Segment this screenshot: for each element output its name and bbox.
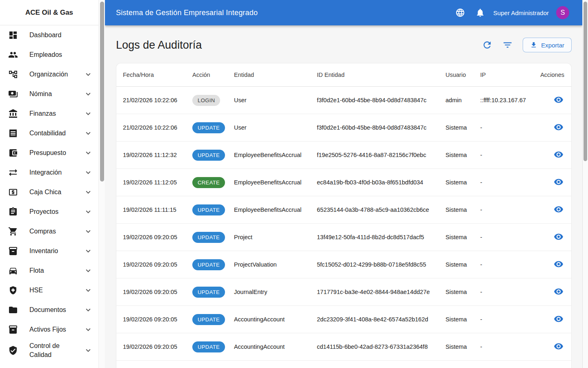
cell-entity-id: 13f49e12-50fa-411d-8b2d-dc8d517dacf5 xyxy=(317,234,445,240)
notifications-button[interactable] xyxy=(475,8,485,18)
view-details-button[interactable] xyxy=(554,149,564,160)
cell-entity-id: 1717791c-ba3e-4e02-8844-948ae14dd27e xyxy=(317,289,445,295)
sync-alt-icon xyxy=(8,168,18,177)
chevron-down-icon xyxy=(84,325,93,334)
bank-icon xyxy=(8,109,18,119)
cell-entity: EmployeeBenefitsAccrual xyxy=(234,206,317,213)
eye-icon xyxy=(554,150,564,159)
sidebar-item-label: Dashboard xyxy=(29,31,83,40)
view-details-button[interactable] xyxy=(554,204,564,215)
sidebar-scrollbar-thumb[interactable] xyxy=(100,2,104,182)
sidebar-item-finanzas[interactable]: Finanzas xyxy=(0,104,98,123)
filter-button[interactable] xyxy=(502,40,513,50)
refresh-button[interactable] xyxy=(482,40,492,50)
sidebar-item-organizaci-n[interactable]: Organización xyxy=(0,65,98,84)
column-header: Fecha/Hora xyxy=(123,72,192,78)
sidebar-item-label: Organización xyxy=(29,70,83,79)
chevron-down-icon xyxy=(84,129,93,138)
sidebar-item-documentos[interactable]: Documentos xyxy=(0,300,98,320)
language-button[interactable] xyxy=(455,8,465,18)
view-details-button[interactable] xyxy=(554,231,564,242)
view-details-button[interactable] xyxy=(554,122,564,132)
inventory-icon xyxy=(8,246,18,256)
sidebar-item-presupuesto[interactable]: Presupuesto xyxy=(0,143,98,163)
chevron-down-icon xyxy=(84,90,93,99)
eye-icon xyxy=(554,177,564,187)
cell-action: UPDATE xyxy=(192,232,234,243)
sidebar-item-compras[interactable]: Compras xyxy=(0,222,98,241)
sidebar-item-inventario[interactable]: Inventario xyxy=(0,241,98,261)
column-header: ID Entidad xyxy=(317,72,445,78)
sidebar-item-caja-chica[interactable]: Caja Chica xyxy=(0,182,98,202)
inventory-icon xyxy=(8,325,18,334)
eye-icon xyxy=(554,232,564,242)
sidebar-item-hse[interactable]: HSE xyxy=(0,280,98,300)
table-row: 19/02/2026 11:12:32UPDATEEmployeeBenefit… xyxy=(116,141,571,169)
page-title: Logs de Auditoría xyxy=(116,38,202,52)
cell-entity: JournalEntry xyxy=(234,289,317,295)
sidebar-item-n-mina[interactable]: Nómina xyxy=(0,84,98,104)
view-details-button[interactable] xyxy=(554,341,564,352)
action-badge: CREATE xyxy=(192,177,225,188)
action-badge: UPDATE xyxy=(192,287,225,298)
view-details-button[interactable] xyxy=(554,177,564,187)
avatar[interactable]: S xyxy=(556,6,569,19)
sidebar-item-flota[interactable]: Flota xyxy=(0,261,98,280)
sidebar-item-activos-fijos[interactable]: Activos Fijos xyxy=(0,320,98,339)
sidebar-item-control-de-calidad[interactable]: Control de Calidad xyxy=(0,339,98,362)
folder-icon xyxy=(8,305,18,315)
folder-icon xyxy=(8,305,18,315)
sidebar-item-contabilidad[interactable]: Contabilidad xyxy=(0,123,98,143)
sidebar-item-dashboard[interactable]: Dashboard xyxy=(0,25,98,45)
cell-datetime: 21/02/2026 10:22:06 xyxy=(123,124,192,131)
cell-datetime: 19/02/2026 09:20:05 xyxy=(123,316,192,323)
cell-entity: User xyxy=(234,124,317,131)
eye-icon xyxy=(554,287,564,296)
sidebar-item-empleados[interactable]: Empleados xyxy=(0,45,98,65)
user-name: Super Administrador xyxy=(493,9,549,16)
chevron-down-icon xyxy=(84,129,93,138)
sidebar-item-integraci-n[interactable]: Integración xyxy=(0,163,98,182)
chevron-down-icon xyxy=(84,346,93,355)
window-scrollbar[interactable] xyxy=(582,0,588,368)
cell-actions xyxy=(529,286,564,298)
column-header: IP xyxy=(480,72,529,78)
dashboard-icon xyxy=(8,30,18,40)
cell-entity: ProjectValuation xyxy=(234,261,317,268)
action-badge: UPDATE xyxy=(192,122,225,133)
cell-entity: AccountingAccount xyxy=(234,343,317,350)
bell-icon xyxy=(475,8,485,18)
cell-user: Sistema xyxy=(445,289,480,295)
view-details-button[interactable] xyxy=(554,314,564,324)
brand-title: ACE Oil & Gas xyxy=(0,0,105,25)
view-details-button[interactable] xyxy=(554,286,564,297)
clipboard-icon xyxy=(8,207,18,217)
main-content: Logs de Auditoría Exportar Fecha/HoraAcc… xyxy=(105,25,582,368)
chevron-down-icon xyxy=(84,227,93,236)
page-header: Logs de Auditoría Exportar xyxy=(105,25,582,52)
dashboard-icon xyxy=(8,30,18,40)
view-details-button[interactable] xyxy=(554,259,564,269)
org-tree-icon xyxy=(8,70,18,79)
chevron-down-icon xyxy=(84,70,93,79)
sidebar-item-label: Compras xyxy=(29,227,83,236)
cell-datetime: 21/02/2026 10:22:06 xyxy=(123,97,192,103)
cell-entity: Project xyxy=(234,234,317,240)
sidebar-item-proyectos[interactable]: Proyectos xyxy=(0,202,98,222)
view-details-button[interactable] xyxy=(554,94,564,105)
chevron-down-icon xyxy=(84,148,93,157)
cell-actions xyxy=(529,314,564,325)
globe-icon xyxy=(455,8,465,18)
cell-user: Sistema xyxy=(445,124,480,131)
window-scrollbar-thumb[interactable] xyxy=(584,2,587,161)
sidebar-item-label: Contabilidad xyxy=(29,129,83,138)
sidebar-item-label: Flota xyxy=(29,266,83,275)
export-button[interactable]: Exportar xyxy=(523,38,572,52)
wallet-icon xyxy=(8,148,18,158)
cell-actions xyxy=(529,231,564,243)
sidebar-scrollbar[interactable] xyxy=(98,0,105,368)
people-icon xyxy=(8,50,18,60)
car-icon xyxy=(8,266,18,276)
cell-actions xyxy=(529,149,564,161)
cell-datetime: 19/02/2026 11:12:05 xyxy=(123,179,192,186)
